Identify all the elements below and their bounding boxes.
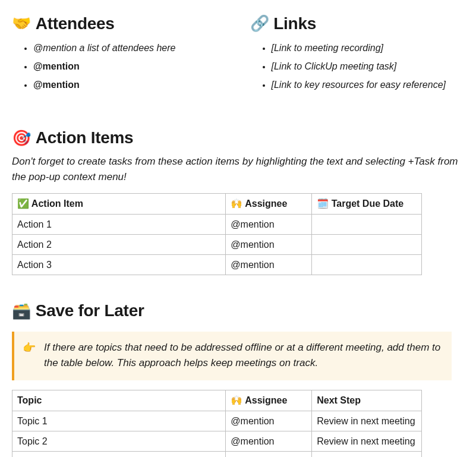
table-row: Topic 1 @mention Review in next meeting <box>12 411 422 431</box>
file-box-icon: 🗃️ <box>12 300 31 323</box>
list-item[interactable]: @mention <box>33 78 226 92</box>
assignee-cell[interactable]: @mention <box>226 214 312 234</box>
assignee-cell[interactable]: @mention <box>226 431 312 451</box>
next-step-cell[interactable]: Address offline <box>312 452 422 457</box>
action-items-description: Don't forget to create tasks from these … <box>12 154 464 185</box>
links-section: 🔗 Links [Link to meeting recording] [Lin… <box>250 12 465 96</box>
attendees-heading: 🤝 Attendees <box>12 12 226 36</box>
next-step-cell[interactable]: Review in next meeting <box>312 411 422 431</box>
due-cell[interactable] <box>312 214 422 234</box>
assignee-cell[interactable]: @mention <box>226 452 312 457</box>
attendees-list: @mention a list of attendees here @menti… <box>12 41 226 92</box>
action-items-section: 🎯 Action Items Don't forget to create ta… <box>12 126 464 275</box>
assignee-cell[interactable]: @mention <box>226 234 312 254</box>
target-icon: 🎯 <box>12 127 31 150</box>
list-item[interactable]: @mention <box>33 59 226 73</box>
assignee-cell[interactable]: @mention <box>226 255 312 275</box>
table-row: Action 2 @mention <box>12 234 422 254</box>
handshake-icon: 🤝 <box>12 12 31 35</box>
list-item[interactable]: [Link to ClickUp meeting task] <box>272 59 465 73</box>
callout-text: If there are topics that need to be addr… <box>44 340 442 371</box>
list-item[interactable]: @mention a list of attendees here <box>33 41 226 55</box>
topic-cell[interactable]: Topic 2 <box>12 431 226 451</box>
action-cell[interactable]: Action 3 <box>12 255 226 275</box>
topic-header: Topic <box>12 390 226 411</box>
list-item[interactable]: [Link to meeting recording] <box>272 41 465 55</box>
action-cell[interactable]: Action 2 <box>12 234 226 254</box>
action-items-heading: 🎯 Action Items <box>12 126 464 150</box>
links-heading: 🔗 Links <box>250 12 465 36</box>
assignee-cell[interactable]: @mention <box>226 411 312 431</box>
table-row: Action 3 @mention <box>12 255 422 275</box>
links-list: [Link to meeting recording] [Link to Cli… <box>250 41 465 92</box>
due-date-header: 🗓️ Target Due Date <box>312 194 422 214</box>
save-for-later-table: Topic 🙌 Assignee Next Step Topic 1 @ment… <box>12 390 422 457</box>
action-items-table: ✅ Action Item 🙌 Assignee 🗓️ Target Due D… <box>12 193 422 275</box>
due-cell[interactable] <box>312 234 422 254</box>
action-cell[interactable]: Action 1 <box>12 214 226 234</box>
action-items-title: Action Items <box>36 126 134 150</box>
save-for-later-heading: 🗃️ Save for Later <box>12 299 464 323</box>
table-header-row: Topic 🙌 Assignee Next Step <box>12 390 422 411</box>
links-title: Links <box>273 12 316 36</box>
assignee-header: 🙌 Assignee <box>226 390 312 411</box>
pointing-right-icon: 👉 <box>23 340 36 356</box>
callout-box: 👉 If there are topics that need to be ad… <box>12 332 452 381</box>
link-icon: 🔗 <box>250 12 269 35</box>
save-for-later-title: Save for Later <box>36 299 144 323</box>
table-row: Topic 2 @mention Review in next meeting <box>12 431 422 451</box>
list-item[interactable]: [Link to key resources for easy referenc… <box>272 78 465 92</box>
attendees-section: 🤝 Attendees @mention a list of attendees… <box>12 12 226 96</box>
assignee-header: 🙌 Assignee <box>226 194 312 214</box>
next-step-header: Next Step <box>312 390 422 411</box>
next-step-cell[interactable]: Review in next meeting <box>312 431 422 451</box>
topic-cell[interactable]: Topic 3 <box>12 452 226 457</box>
topic-cell[interactable]: Topic 1 <box>12 411 226 431</box>
due-cell[interactable] <box>312 255 422 275</box>
table-row: Action 1 @mention <box>12 214 422 234</box>
table-header-row: ✅ Action Item 🙌 Assignee 🗓️ Target Due D… <box>12 194 422 214</box>
action-item-header: ✅ Action Item <box>12 194 226 214</box>
save-for-later-section: 🗃️ Save for Later 👉 If there are topics … <box>12 299 464 457</box>
table-row: Topic 3 @mention Address offline <box>12 452 422 457</box>
attendees-title: Attendees <box>36 12 115 36</box>
